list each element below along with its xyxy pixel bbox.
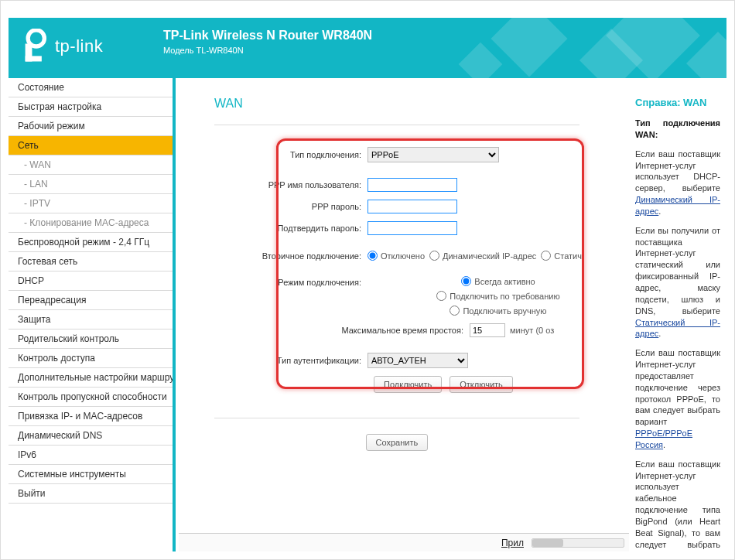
brand-logo: tp-link — [21, 29, 103, 64]
help-p2: Если вы получили от поставщика Интернет-… — [635, 225, 720, 340]
product-model: Модель TL-WR840N — [163, 46, 372, 55]
help-sub: Тип подключения WAN: — [635, 118, 720, 139]
label-ppp-user: PPP имя пользователя: — [214, 180, 368, 190]
connect-button[interactable]: Подключить — [374, 376, 442, 393]
conn-mode-ondemand-radio[interactable] — [436, 291, 446, 301]
sidebar-item[interactable]: Рабочий режим — [9, 117, 173, 136]
divider — [214, 125, 579, 125]
ppp-user-input[interactable] — [368, 178, 457, 192]
sidebar-item[interactable]: Защита — [9, 310, 173, 330]
sidebar-item[interactable]: Контроль доступа — [9, 349, 173, 368]
conn-mode-ondemand[interactable]: Подключить по требованию — [436, 291, 559, 301]
sidebar-item[interactable]: DHCP — [9, 271, 173, 291]
sidebar-item[interactable]: Быстрая настройка — [9, 97, 173, 117]
header-decoration — [432, 18, 726, 78]
sec-conn-disabled-radio[interactable] — [368, 251, 378, 261]
sidebar-item[interactable]: Беспроводной режим - 2,4 ГГц — [9, 233, 173, 252]
tplink-logo-icon — [21, 29, 49, 64]
sidebar-item[interactable]: - WAN — [9, 155, 173, 175]
confirm-pass-input[interactable] — [368, 221, 457, 235]
sidebar: СостояниеБыстрая настройкаРабочий режимС… — [9, 78, 176, 551]
sidebar-item[interactable]: - Клонирование MAC-адреса — [9, 213, 173, 233]
help-title: Справка: WAN — [635, 97, 720, 108]
svg-rect-2 — [26, 56, 42, 61]
sidebar-item[interactable]: IPv6 — [9, 446, 173, 465]
label-confirm-pass: Подтвердить пароль: — [214, 224, 368, 233]
sec-conn-disabled[interactable]: Отключено — [368, 251, 425, 261]
help-link-dynip[interactable]: Динамический IP-адрес — [635, 195, 720, 216]
divider — [214, 418, 579, 418]
auth-type-select[interactable]: АВТО_АУТЕН — [368, 353, 468, 368]
highlight-box — [276, 138, 584, 389]
sidebar-item[interactable]: - LAN — [9, 175, 173, 194]
header: tp-link TP-Link Wireless N Router WR840N… — [9, 18, 726, 78]
sidebar-item[interactable]: Переадресация — [9, 291, 173, 310]
label-sec-conn: Вторичное подключение: — [214, 251, 368, 261]
sec-conn-static-radio[interactable] — [541, 251, 551, 261]
max-idle-suffix: минут (0 оз — [510, 326, 554, 335]
help-panel: Справка: WAN Тип подключения WAN: Если в… — [629, 78, 726, 551]
disconnect-button[interactable]: Отключить — [450, 376, 513, 393]
label-max-idle: Максимальное время простоя: — [214, 326, 470, 335]
sidebar-item[interactable]: Динамический DNS — [9, 426, 173, 446]
sec-conn-static[interactable]: Статич — [541, 251, 582, 261]
horizontal-scrollbar[interactable] — [532, 538, 624, 548]
ppp-pass-input[interactable] — [368, 200, 457, 213]
sec-conn-dynip[interactable]: Динамический IP-адрес — [429, 251, 536, 261]
label-ppp-pass: PPP пароль: — [214, 202, 368, 211]
conn-mode-always[interactable]: Всегда активно — [461, 276, 535, 286]
brand-text: tp-link — [55, 36, 103, 56]
bottom-bar: Прил — [179, 533, 629, 551]
app-window: tp-link TP-Link Wireless N Router WR840N… — [0, 0, 735, 560]
label-conn-mode: Режим подключения: — [214, 276, 368, 287]
save-button[interactable]: Сохранить — [366, 434, 429, 451]
sidebar-item[interactable]: Системные инструменты — [9, 465, 173, 484]
help-p4: Если ваш поставщик Интернет-услуг исполь… — [635, 459, 720, 551]
label-conn-type: Тип подключения: — [214, 150, 368, 159]
sidebar-item[interactable]: Контроль пропускной способности — [9, 388, 173, 407]
product-title: TP-Link Wireless N Router WR840N — [163, 29, 372, 43]
help-link-staticip[interactable]: Статический IP-адрес — [635, 318, 720, 339]
conn-mode-manual-radio[interactable] — [450, 306, 460, 316]
sidebar-item[interactable]: Гостевая сеть — [9, 252, 173, 271]
conn-mode-manual[interactable]: Подключить вручную — [450, 306, 546, 316]
main-panel: WAN Тип подключения: PPPoE PPP имя польз… — [179, 78, 629, 551]
sidebar-item[interactable]: - IPTV — [9, 194, 173, 213]
conn-mode-always-radio[interactable] — [461, 276, 471, 286]
conn-type-select[interactable]: PPPoE — [368, 147, 499, 162]
sidebar-item[interactable]: Выйти — [9, 484, 173, 504]
page-title: WAN — [214, 97, 629, 111]
sec-conn-dynip-radio[interactable] — [429, 251, 439, 261]
sidebar-item[interactable]: Родительский контроль — [9, 330, 173, 349]
label-auth-type: Тип аутентификации: — [214, 356, 368, 365]
sidebar-item[interactable]: Состояние — [9, 78, 173, 97]
sidebar-item[interactable]: Привязка IP- и MAC-адресов — [9, 407, 173, 426]
sidebar-item[interactable]: Дополнительные настройки маршрутизации — [9, 368, 173, 388]
bottom-link[interactable]: Прил — [501, 538, 524, 548]
sidebar-item[interactable]: Сеть — [9, 136, 173, 155]
max-idle-input[interactable] — [470, 323, 505, 337]
help-p1: Если ваш поставщик Интернет-услуг исполь… — [635, 149, 720, 217]
help-p3: Если ваш поставщик Интернет-услуг предос… — [635, 347, 720, 451]
